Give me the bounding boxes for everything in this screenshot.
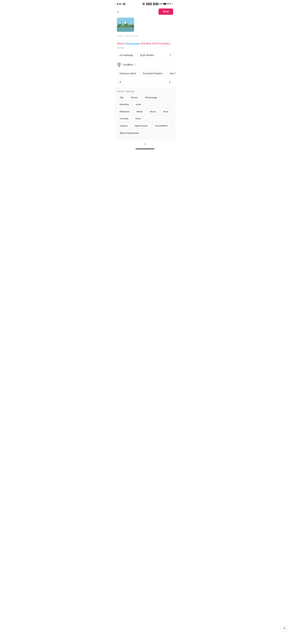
- collapse-icon: ∧: [168, 80, 171, 84]
- action-buttons-row: # # Hashtags @ @ Mention ＋: [114, 51, 176, 60]
- signal-bars-1: ▐▐▐▐: [146, 3, 152, 5]
- green-dot-indicator: [172, 3, 173, 4]
- title-placeholder: Add a catchy title: [117, 34, 138, 38]
- hashtag-row-2: #followme #tiktok #funny #love #comedy #…: [117, 109, 173, 121]
- pill-xyzbca[interactable]: #xyzbca: [117, 123, 130, 128]
- mention-button[interactable]: @ @ Mention: [137, 52, 157, 58]
- battery-icon: [163, 3, 166, 5]
- location-info-icon: i: [134, 63, 136, 66]
- hash-collapse-row: # ∧: [114, 78, 176, 88]
- pill-duet[interactable]: #duet: [133, 116, 144, 121]
- svg-point-10: [129, 26, 130, 27]
- pill-foryoupage[interactable]: #foryoupage: [142, 95, 160, 100]
- hashtag-row-3: #xyzbca #greenscreen #voiceeffects: [117, 123, 173, 128]
- pill-voiceeffects[interactable]: #voiceeffects: [152, 123, 170, 128]
- mute-icon: 🔕: [142, 3, 145, 5]
- hashtag-comedy: #comedy: [158, 42, 169, 45]
- hashtag-trending: #trending: [140, 42, 151, 45]
- pill-funny[interactable]: #funny: [147, 109, 159, 114]
- plus-icon: ＋: [169, 53, 172, 57]
- pill-facemoji[interactable]: @facemojikeyboard: [117, 130, 142, 136]
- pill-fyp[interactable]: #fyp: [117, 95, 126, 100]
- collapse-button[interactable]: ∧: [166, 78, 173, 86]
- char-count: 45/4000: [117, 46, 173, 50]
- hashtag-viral: #viral: [152, 42, 158, 45]
- page-header: ‹ Post: [114, 7, 176, 16]
- chevron-down-icon: ∨: [144, 142, 146, 146]
- location-pin-icon: [117, 62, 121, 67]
- post-button[interactable]: Post: [158, 8, 173, 15]
- location-tag-dinosaurs[interactable]: Dinosaurs Island: [117, 71, 138, 76]
- hashtag-foryou: #foryou: [117, 42, 125, 45]
- battery-percentage: 92%: [167, 3, 171, 5]
- hash-symbol: #: [119, 80, 121, 84]
- title-section[interactable]: Add a catchy title: [114, 34, 176, 40]
- status-time: 6:31: [117, 2, 122, 5]
- signal-bars-2: ▐▐▐▐: [152, 3, 158, 5]
- status-icons: 🔕 ▐▐▐▐ ▐▐▐▐ wifi 92%: [142, 3, 173, 5]
- bottom-home-bar: [136, 148, 154, 149]
- popular-hashtags-section: Popular Hashtags #fyp #foryou #foryoupag…: [114, 88, 176, 140]
- dot-separator: ·: [126, 2, 127, 5]
- text-cursor: [170, 42, 170, 45]
- status-bar: 6:31 📹 · 🔕 ▐▐▐▐ ▐▐▐▐ wifi 92%: [114, 0, 176, 7]
- description-area[interactable]: #foryou #foryoupage #trending #viral #co…: [114, 40, 176, 51]
- back-button[interactable]: ‹: [117, 9, 119, 14]
- location-label: Location: [123, 63, 133, 66]
- cover-image[interactable]: Cover: [117, 18, 134, 32]
- at-sign: @: [140, 54, 142, 56]
- svg-rect-6: [117, 27, 134, 28]
- pill-foryou[interactable]: #foryou: [128, 95, 140, 100]
- cover-section: Cover: [114, 16, 176, 34]
- location-tag-starcity[interactable]: Star City: [167, 71, 176, 76]
- bottom-chevron[interactable]: ∨: [114, 140, 176, 148]
- pill-followme[interactable]: #followme: [117, 109, 132, 114]
- svg-point-9: [121, 26, 122, 28]
- pill-viral[interactable]: #viral: [133, 102, 144, 107]
- location-tags-row: Dinosaurs Island Enchanted Kingdom Star …: [114, 70, 176, 78]
- pill-love[interactable]: #love: [160, 109, 171, 114]
- camera-icon: 📹: [122, 2, 126, 5]
- popular-hashtags-title: Popular Hashtags: [117, 90, 173, 92]
- location-tag-enchanted[interactable]: Enchanted Kingdom: [140, 71, 165, 76]
- hashtag-row-1: #fyp #foryou #foryoupage #trending #vira…: [117, 95, 173, 107]
- pill-greenscreen[interactable]: #greenscreen: [132, 123, 151, 128]
- svg-point-12: [118, 64, 120, 64]
- plus-button[interactable]: ＋: [168, 52, 173, 58]
- hashtag-row-4: @facemojikeyboard: [117, 130, 173, 136]
- hashtag-text: #foryou #foryoupage #trending #viral #co…: [117, 42, 173, 46]
- battery-area: 92%: [163, 3, 171, 5]
- location-arrow: ›: [172, 62, 173, 67]
- hash-sign: #: [120, 54, 121, 56]
- cover-label: Cover: [118, 18, 123, 21]
- hashtags-button[interactable]: # # Hashtags: [117, 52, 136, 58]
- location-section[interactable]: Location i ›: [114, 60, 176, 70]
- pill-comedy[interactable]: #comedy: [117, 116, 131, 121]
- pill-trending[interactable]: #trending: [117, 102, 131, 107]
- pill-tiktok[interactable]: #tiktok: [134, 109, 145, 114]
- hashtags-label: # Hashtags: [121, 54, 133, 56]
- hashtag-foryoupage: #foryoupage: [126, 42, 140, 45]
- status-time-area: 6:31 📹 ·: [117, 2, 127, 5]
- mention-label: @ Mention: [143, 54, 154, 56]
- hash-box-button[interactable]: #: [117, 78, 124, 86]
- wifi-icon: wifi: [159, 3, 162, 5]
